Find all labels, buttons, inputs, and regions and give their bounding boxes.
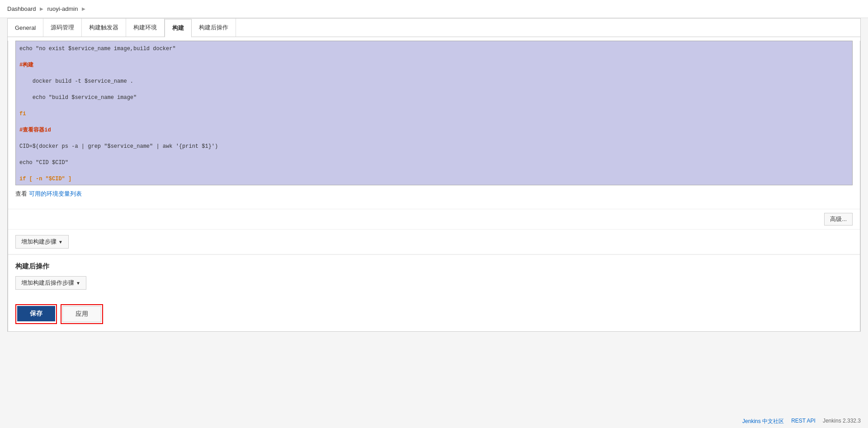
save-button-wrapper: 保存 [15, 304, 57, 324]
post-build-section: 构建后操作 增加构建后操作步骤 ▼ [8, 254, 860, 293]
add-step-section: 增加构建步骤 ▼ [8, 229, 860, 254]
code-line-4: echo "build $service_name image" [19, 94, 137, 101]
tab-build[interactable]: 构建 [165, 19, 192, 38]
code-line-6: #查看容器id [19, 127, 51, 133]
apply-button-wrapper: 应用 [61, 304, 103, 324]
env-link-section: 查看 可用的环境变量列表 [8, 187, 860, 202]
tab-trigger[interactable]: 构建触发器 [82, 19, 126, 37]
advanced-button[interactable]: 高级... [824, 213, 853, 226]
footer: Jenkins 中文社区 REST API Jenkins 2.332.3 [735, 415, 868, 428]
code-line-2: #构建 [19, 62, 33, 68]
footer-jenkins-community[interactable]: Jenkins 中文社区 [742, 418, 784, 425]
tab-panel-build: echo "no exist $service_name image,build… [8, 41, 860, 332]
env-link-prefix: 查看 [15, 190, 29, 197]
code-line-3: docker build -t $service_name . [19, 78, 133, 85]
tab-post-build[interactable]: 构建后操作 [192, 19, 236, 37]
code-editor[interactable]: echo "no exist $service_name image,build… [15, 41, 853, 185]
tab-source[interactable]: 源码管理 [43, 19, 82, 37]
tabs-bar: General 源码管理 构建触发器 构建环境 构建 构建后操作 [8, 19, 860, 37]
code-line-5: fi [19, 111, 26, 117]
tab-general[interactable]: General [8, 19, 43, 37]
tab-build-env[interactable]: 构建环境 [126, 19, 165, 37]
add-post-step-dropdown-arrow: ▼ [76, 281, 80, 286]
footer-rest-api[interactable]: REST API [791, 418, 816, 425]
nav-sep-1: ► [39, 5, 45, 12]
nav-sep-2: ► [80, 5, 86, 12]
footer-version: Jenkins 2.332.3 [823, 418, 861, 425]
code-line-7: CID=$(docker ps -a | grep "$service_name… [19, 143, 218, 150]
bottom-buttons: 保存 应用 [8, 293, 860, 331]
code-line-8: echo "CID $CID" [19, 160, 68, 166]
nav-dashboard[interactable]: Dashboard [7, 5, 36, 12]
post-build-title: 构建后操作 [15, 262, 853, 271]
breadcrumb: Dashboard ► ruoyi-admin ► [0, 0, 868, 18]
tabs-container: General 源码管理 构建触发器 构建环境 构建 构建后操作 echo "n… [7, 18, 861, 332]
apply-button[interactable]: 应用 [62, 306, 101, 322]
code-line-9: if [ -n "$CID" ] [19, 176, 71, 182]
main-content: General 源码管理 构建触发器 构建环境 构建 构建后操作 echo "n… [0, 18, 868, 339]
add-post-build-step-button[interactable]: 增加构建后操作步骤 ▼ [15, 276, 86, 290]
env-variables-link[interactable]: 可用的环境变量列表 [29, 190, 82, 197]
add-build-step-label: 增加构建步骤 [21, 238, 57, 246]
nav-ruoyi-admin[interactable]: ruoyi-admin [47, 5, 78, 12]
add-post-build-label: 增加构建后操作步骤 [21, 279, 74, 287]
advanced-section: 高级... [8, 209, 860, 229]
code-line-1: echo "no exist $service_name image,build… [19, 46, 176, 52]
add-step-dropdown-arrow: ▼ [58, 240, 63, 245]
save-button[interactable]: 保存 [17, 306, 55, 321]
add-build-step-button[interactable]: 增加构建步骤 ▼ [15, 235, 69, 249]
